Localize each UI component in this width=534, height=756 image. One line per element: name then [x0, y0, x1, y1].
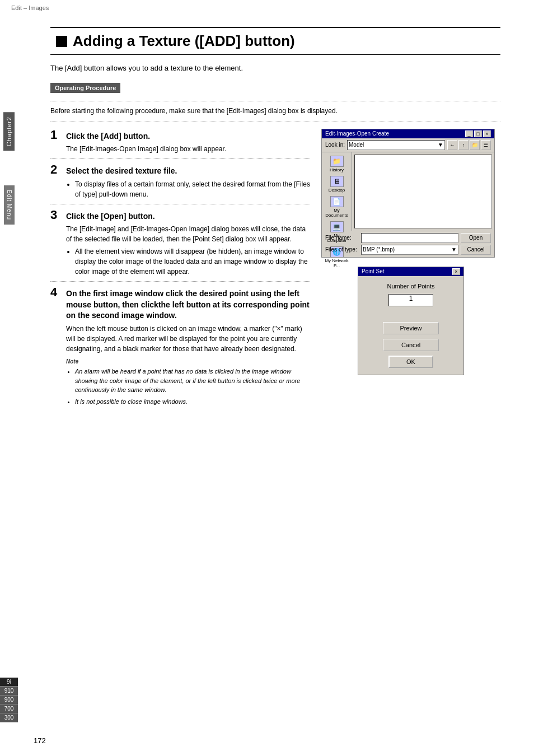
- pointset-close-btn[interactable]: ×: [452, 268, 460, 275]
- lookin-value: Model: [349, 142, 364, 148]
- lookin-dropdown-arrow: ▼: [438, 142, 443, 148]
- mycomputer-icon: 💻: [330, 221, 344, 232]
- history-label: History: [330, 167, 344, 172]
- bottom-num-300[interactable]: 300: [0, 713, 18, 722]
- file-open-dialog: Edit-Images-Open Create _ □ × Look in: M…: [321, 129, 495, 258]
- dialog-titlebar-buttons: _ □ ×: [465, 130, 491, 137]
- step-4-number: 4: [50, 286, 62, 298]
- filename-row: File name: Open: [325, 233, 491, 243]
- desktop-label: Desktop: [329, 188, 345, 193]
- filetype-arrow: ▼: [451, 246, 457, 253]
- op-procedure-desc: Before starting the following procedure,…: [50, 106, 500, 116]
- step-1-number: 1: [50, 129, 62, 141]
- page-number: 172: [34, 736, 46, 745]
- pointset-cancel-btn[interactable]: Cancel: [383, 339, 439, 351]
- breadcrumb: Edit – Images: [0, 0, 534, 16]
- lookin-dropdown[interactable]: Model ▼: [347, 140, 445, 150]
- step-4-header: 4 On the first image window click the de…: [50, 286, 310, 321]
- step-3-number: 3: [50, 209, 62, 221]
- step-2-header: 2 Select the desired texture file.: [50, 164, 310, 177]
- pointset-title: Point Set: [362, 268, 385, 274]
- steps-left: 1 Click the [Add] button. The [Edit-Imag…: [50, 129, 310, 409]
- op-procedure-label: Operating Procedure: [50, 83, 120, 93]
- filename-label: File name:: [325, 235, 359, 241]
- bottom-num-910[interactable]: 910: [0, 687, 18, 696]
- note-item-1: It is not possible to close image window…: [75, 397, 310, 407]
- step-1-body: The [Edit-Images-Open Image] dialog box …: [66, 144, 310, 154]
- filetype-dropdown[interactable]: BMP (*.bmp) ▼: [361, 245, 458, 255]
- history-icon: 📁: [330, 156, 344, 167]
- pointset-ok-btn[interactable]: OK: [388, 356, 433, 368]
- toolbar-newfolder-btn[interactable]: 📁: [470, 140, 480, 150]
- pointset-titlebar: Point Set ×: [358, 267, 463, 276]
- menu-label: Edit Menu: [4, 185, 15, 225]
- pointset-label: Number of Points: [387, 283, 435, 290]
- step-2-bullets: To display files of a certain format onl…: [66, 179, 310, 199]
- dialog-close-btn[interactable]: ×: [483, 130, 491, 137]
- dialog-maximize-btn[interactable]: □: [474, 130, 482, 137]
- step-3-bullets: All the element view windows will disapp…: [66, 246, 310, 277]
- step-3-body: The [Edit-Image] and [Edit-Images-Open I…: [66, 224, 310, 244]
- mynetwork-label: My Network P...: [324, 258, 350, 268]
- pointset-input[interactable]: 1: [388, 294, 433, 306]
- step-2-number: 2: [50, 164, 62, 176]
- dialog-titlebar: Edit-Images-Open Create _ □ ×: [322, 129, 494, 138]
- step-2-title: Select the desired texture file.: [66, 166, 177, 177]
- dialog-body: 📁 History 🖥 Desktop 📄 My Documents: [322, 152, 494, 231]
- mydocs-label: My Documents: [324, 208, 350, 218]
- dialog-file-list[interactable]: [354, 155, 492, 228]
- chapter-label: Chapter2: [3, 112, 15, 151]
- filetype-label: Files of type:: [325, 246, 359, 253]
- step-1-header: 1 Click the [Add] button.: [50, 129, 310, 142]
- title-decoration: [56, 36, 67, 47]
- filetype-value: BMP (*.bmp): [363, 246, 395, 253]
- main-content: Adding a Texture ([ADD] button) The [Add…: [17, 16, 534, 431]
- subtitle: The [Add] button allows you to add a tex…: [50, 63, 500, 74]
- dialog-toolbar: Look in: Model ▼ ← ↑ 📁 ☰: [322, 138, 494, 152]
- pointset-body: Number of Points 1 Preview Cancel OK: [358, 276, 463, 375]
- sidebar-mydocuments[interactable]: 📄 My Documents: [323, 195, 351, 219]
- page-title: Adding a Texture ([ADD] button): [50, 27, 500, 55]
- dialog-minimize-btn[interactable]: _: [465, 130, 473, 137]
- sidebar-history[interactable]: 📁 History: [323, 155, 351, 174]
- step-2: 2 Select the desired texture file. To di…: [50, 164, 310, 199]
- step-1-title: Click the [Add] button.: [66, 131, 150, 142]
- step-4-body: When the left mouse button is clicked on…: [66, 324, 310, 354]
- mydocs-icon: 📄: [330, 196, 344, 207]
- bottom-sidebar: 9i 910 900 700 300: [0, 678, 18, 722]
- step-1: 1 Click the [Add] button. The [Edit-Imag…: [50, 129, 310, 155]
- steps-right: Edit-Images-Open Create _ □ × Look in: M…: [321, 129, 500, 375]
- note-label: Note: [66, 358, 310, 365]
- step-4-title: On the first image window click the desi…: [66, 288, 310, 321]
- toolbar-action-btns: ← ↑ 📁 ☰: [447, 140, 491, 150]
- steps-area: 1 Click the [Add] button. The [Edit-Imag…: [50, 129, 500, 409]
- toolbar-up-btn[interactable]: ↑: [458, 140, 469, 150]
- step-2-bullet-0: To display files of a certain format onl…: [75, 179, 310, 199]
- dialog-sidebar-icons: 📁 History 🖥 Desktop 📄 My Documents: [322, 152, 352, 231]
- step-3-title: Click the [Open] button.: [66, 211, 155, 222]
- step-3: 3 Click the [Open] button. The [Edit-Ima…: [50, 209, 310, 277]
- dialog-title: Edit-Images-Open Create: [325, 130, 389, 137]
- cancel-button[interactable]: Cancel: [461, 245, 491, 255]
- filename-input[interactable]: [361, 233, 458, 243]
- step-3-header: 3 Click the [Open] button.: [50, 209, 310, 222]
- chapter-sidebar: Chapter2 Edit Menu: [0, 112, 18, 226]
- pointset-preview-btn[interactable]: Preview: [383, 322, 439, 334]
- filetype-row: Files of type: BMP (*.bmp) ▼ Cancel: [325, 245, 491, 255]
- step-3-bullet-0: All the element view windows will disapp…: [75, 246, 310, 277]
- open-button[interactable]: Open: [461, 233, 491, 243]
- bottom-num-700[interactable]: 700: [0, 704, 18, 713]
- step-4: 4 On the first image window click the de…: [50, 286, 310, 406]
- bottom-num-900[interactable]: 900: [0, 696, 18, 704]
- pointset-dialog: Point Set × Number of Points 1 Preview C…: [358, 267, 464, 375]
- note-item-0: An alarm will be heard if a point that h…: [75, 367, 310, 395]
- lookin-label: Look in:: [325, 142, 345, 148]
- toolbar-view-btn[interactable]: ☰: [481, 140, 491, 150]
- toolbar-back-btn[interactable]: ←: [447, 140, 457, 150]
- sidebar-desktop[interactable]: 🖥 Desktop: [323, 175, 351, 194]
- note-list: An alarm will be heard if a point that h…: [66, 367, 310, 406]
- bottom-num-9i[interactable]: 9i: [0, 678, 18, 687]
- desktop-icon: 🖥: [330, 176, 344, 187]
